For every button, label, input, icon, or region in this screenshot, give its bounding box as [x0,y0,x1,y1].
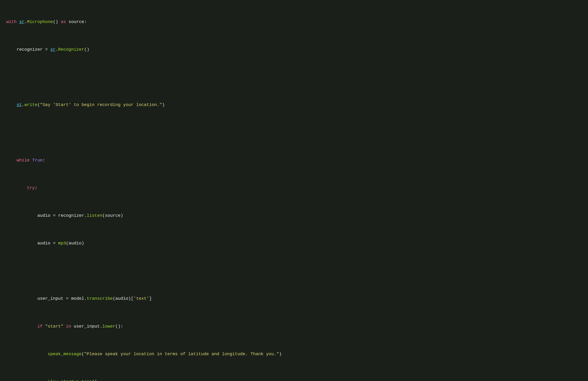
keyword-while: while [17,158,30,163]
keyword-true: True [32,158,42,163]
var-source2: source [105,213,121,218]
string-start: "start" [45,324,63,329]
keyword-as: as [61,19,66,24]
code-line-7: try: [6,185,582,191]
obj-st1: st [17,102,22,107]
keyword-in: in [66,324,71,329]
func-mp3-1: mp3 [58,241,66,246]
code-line-13: speak_message("Please speak your locatio… [6,351,582,358]
func-recognizer: Recognizer [58,47,84,52]
code-line-blank3 [6,267,582,275]
var-source: source [68,19,84,24]
code-line-1: with sr.Microphone() as source: [6,19,582,25]
code-line-blank2 [6,129,582,136]
method-listen: listen [87,213,102,218]
code-line-4: st.write("Say 'Start' to begin recording… [6,101,582,109]
var-audio2: audio [37,241,50,246]
var-audio4: audio [115,296,128,301]
code-line-2: recognizer = sr.Recognizer() [6,46,582,53]
module-sr2: sr [50,47,56,52]
keyword-with: with [6,19,17,24]
module-sr: sr [19,19,24,24]
string-please-speak: "Please speak your location in terms of … [84,352,279,356]
var-recognizer2: recognizer [58,213,84,218]
method-transcribe1: transcribe [87,296,113,301]
code-editor: with sr.Microphone() as source: recogniz… [6,5,582,381]
var-user-input2: user_input [74,324,100,329]
code-line-6: while True: [6,157,582,164]
keyword-try1: try [27,186,35,190]
func-speak-message: speak_message [48,352,82,356]
code-line-8: audio = recognizer.listen(source) [6,212,582,219]
code-line-12: if "start" in user_input.lower(): [6,323,582,330]
code-line-blank1 [6,74,582,81]
code-line-11: user_input = model.transcribe(audio)['te… [6,295,582,302]
string-say-start: "Say 'Start' to begin recording your loc… [40,102,162,107]
var-audio1: audio [37,213,50,218]
var-user-input: user_input [37,296,63,301]
code-line-9: audio = mp3(audio) [6,240,582,247]
func-microphone: Microphone [27,19,53,24]
method-lower: lower [102,324,115,329]
var-model1: model [71,296,84,301]
var-audio3: audio [68,241,82,246]
var-recognizer: recognizer [17,47,42,52]
code-line-14: play_startup_tone() [6,378,582,381]
keyword-if: if [37,324,43,329]
string-text1: 'text' [133,296,149,301]
func-play-startup: play_startup_tone [48,379,92,381]
method-write1: write [24,102,37,107]
